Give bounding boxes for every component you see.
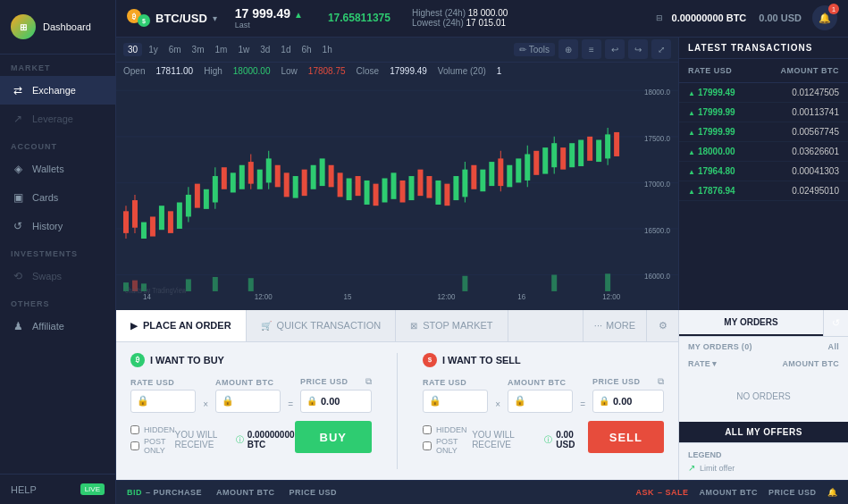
op-body: NO ORDERS	[679, 371, 848, 423]
sidebar: ⊞ Dashboard MARKET ⇄ Exchange ↗ Leverage…	[0, 0, 116, 504]
sidebar-logo[interactable]: ⊞ Dashboard	[0, 0, 115, 55]
chart-compare-btn[interactable]: ≡	[582, 39, 601, 59]
svg-rect-47	[347, 178, 352, 200]
quick-transaction-icon: 🛒	[261, 321, 272, 331]
volume-val: 1	[497, 66, 502, 76]
chart-section: 30 1y 6m 3m 1m 1w 3d 1d 6h 1h ✏ Tools	[116, 38, 848, 310]
svg-rect-45	[329, 165, 334, 188]
svg-rect-88	[248, 278, 254, 291]
tf-1y[interactable]: 1y	[144, 43, 163, 56]
order-divider	[397, 353, 398, 470]
sell-post-only-check[interactable]	[423, 441, 432, 450]
buy-amount-field: AMOUNT BTC 🔒	[215, 378, 281, 413]
sidebar-item-label: History	[32, 221, 63, 231]
my-orders-all[interactable]: All	[828, 342, 839, 351]
ob-bar-bid-section: BID – PURCHASE AMOUNT BTC PRICE USD	[127, 488, 635, 497]
sell-button[interactable]: SELL	[588, 421, 664, 453]
tools-button[interactable]: ✏ Tools	[514, 43, 555, 56]
sell-rate-input-field[interactable]	[445, 396, 482, 406]
buy-checkboxes: HIDDEN POST ONLY	[130, 425, 175, 455]
sidebar-item-cards[interactable]: ▣ Cards	[0, 183, 115, 212]
buy-price-copy[interactable]: ⧉	[365, 376, 372, 387]
buy-post-only-checkbox[interactable]: POST ONLY	[130, 437, 175, 455]
sidebar-section-label-investments: INVESTMENTS	[0, 240, 115, 262]
tf-6m[interactable]: 6m	[164, 43, 186, 56]
tf-3d[interactable]: 3d	[256, 43, 274, 56]
tx-amount-5: 0.00041303	[792, 166, 839, 176]
more-icon: ···	[594, 320, 602, 331]
svg-rect-57	[435, 181, 441, 205]
tf-30[interactable]: 30	[123, 43, 142, 56]
svg-rect-43	[311, 165, 316, 189]
pair-selector[interactable]: ₿ $ BTC/USD ▾	[127, 9, 217, 27]
tab-stop-market[interactable]: ⊠ STOP MARKET	[396, 310, 508, 341]
sell-side-title: $ I WANT TO SELL	[423, 353, 664, 367]
orders-col-amount[interactable]: AMOUNT BTC	[783, 359, 840, 368]
sell-rate-input[interactable]: 🔒	[423, 390, 488, 413]
sell-hidden-check[interactable]	[423, 425, 432, 434]
cards-icon: ▣	[11, 190, 25, 205]
svg-rect-39	[275, 165, 281, 188]
orders-col-rate[interactable]: RATE ▾	[688, 359, 717, 368]
post-only-check[interactable]	[130, 441, 139, 450]
my-orders-tab[interactable]: MY ORDERS	[679, 310, 823, 336]
ob-price-usd-label: PRICE USD	[290, 488, 338, 497]
sidebar-item-swaps[interactable]: ⟲ Swaps	[0, 262, 115, 290]
tf-1w[interactable]: 1w	[233, 43, 254, 56]
sidebar-item-label: Exchange	[32, 85, 76, 96]
tf-1d[interactable]: 1d	[276, 43, 295, 56]
chart-canvas[interactable]: 18000.0 17500.0 17000.0 16500.0 16000.0 …	[116, 80, 678, 310]
buy-rate-input[interactable]: 🔒	[130, 390, 196, 413]
tf-6h[interactable]: 6h	[297, 43, 315, 56]
sidebar-item-affiliate[interactable]: ♟ Affiliate	[0, 312, 115, 340]
buy-info-icon[interactable]: ⓘ	[236, 434, 244, 446]
top-bar: ₿ $ BTC/USD ▾ 17 999.49 ▲ Last 17.658113…	[116, 0, 848, 38]
svg-rect-75	[560, 147, 566, 170]
svg-rect-28	[204, 189, 209, 209]
tab-place-order[interactable]: ▶ PLACE AN ORDER	[116, 310, 247, 341]
svg-rect-40	[284, 172, 290, 197]
sidebar-item-history[interactable]: ↺ History	[0, 212, 115, 240]
tab-quick-transaction[interactable]: 🛒 QUICK TRANSACTION	[247, 310, 397, 341]
sidebar-item-leverage[interactable]: ↗ Leverage	[0, 105, 115, 133]
buy-amount-input[interactable]: 🔒	[215, 390, 281, 413]
sell-info-icon[interactable]: ⓘ	[544, 434, 552, 446]
sidebar-item-exchange[interactable]: ⇄ Exchange	[0, 76, 115, 105]
help-link[interactable]: HELP	[11, 484, 37, 495]
tf-1m[interactable]: 1m	[211, 43, 232, 56]
sell-post-only-checkbox[interactable]: POST ONLY	[423, 437, 472, 455]
chart-fullscreen-btn[interactable]: ⤢	[651, 39, 671, 59]
buy-button[interactable]: BUY	[295, 421, 372, 453]
lowest-val: 17 015.01	[466, 18, 507, 28]
hidden-check[interactable]	[130, 425, 139, 434]
buy-hidden-checkbox[interactable]: HIDDEN	[130, 425, 175, 434]
sell-price-copy[interactable]: ⧉	[658, 376, 664, 387]
usd-icon: $	[138, 14, 150, 27]
buy-amount-input-field[interactable]	[238, 396, 274, 406]
tx-amount-6: 0.02495010	[792, 186, 839, 196]
tf-1h[interactable]: 1h	[318, 43, 337, 56]
low-label: Low	[281, 66, 297, 76]
sidebar-item-wallets[interactable]: ◈ Wallets	[0, 155, 115, 183]
sidebar-bottom: HELP LIVE	[0, 474, 115, 504]
tx-rate-2: ▲17999.99	[688, 107, 735, 117]
tab-more[interactable]: ··· MORE	[583, 310, 646, 341]
notification-button[interactable]: 🔔 1	[812, 5, 837, 30]
sell-checkboxes: HIDDEN POST ONLY	[423, 425, 472, 455]
sell-hidden-checkbox[interactable]: HIDDEN	[423, 425, 472, 434]
tx-row-1: ▲17999.49 0.01247505	[679, 83, 848, 103]
hidden-label: HIDDEN	[144, 425, 175, 434]
refresh-icon: ↺	[832, 317, 840, 329]
ob-bell-icon[interactable]: 🔔	[827, 488, 838, 497]
chart-indicators-btn[interactable]: ⊕	[558, 39, 578, 59]
order-settings-btn[interactable]: ⚙	[646, 310, 678, 341]
chart-undo-btn[interactable]: ↩	[605, 39, 625, 59]
chart-redo-btn[interactable]: ↪	[628, 39, 648, 59]
tf-3m[interactable]: 3m	[188, 43, 209, 56]
buy-rate-input-field[interactable]	[153, 396, 189, 406]
all-offers-button[interactable]: ALL MY OFFERS	[679, 422, 848, 442]
sell-amount-input-field[interactable]	[530, 396, 567, 406]
op-tab-icon[interactable]: ↺	[823, 310, 848, 336]
sell-amount-field: AMOUNT BTC 🔒	[508, 378, 573, 413]
sell-amount-input[interactable]: 🔒	[508, 390, 573, 413]
